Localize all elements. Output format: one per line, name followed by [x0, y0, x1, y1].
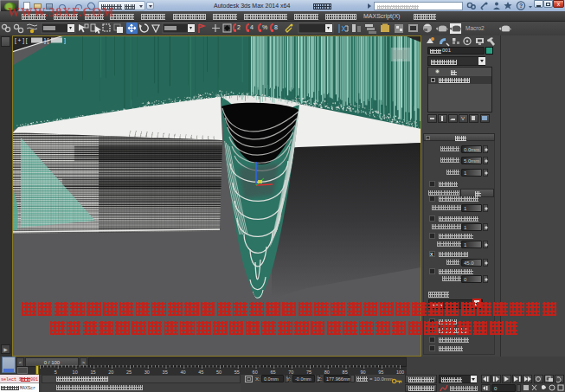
svg-text:[ + ] [: [ + ] [: [15, 37, 28, 44]
svg-text:%: %: [262, 24, 267, 30]
svg-text:Macro2: Macro2: [465, 25, 485, 31]
svg-text:]: ]: [64, 37, 66, 44]
svg-text:8: 8: [274, 24, 278, 30]
svg-text:4: 4: [250, 24, 254, 30]
svg-text:?: ?: [519, 3, 523, 9]
svg-text:2: 2: [237, 24, 241, 30]
svg-text:] [: ] [: [44, 37, 49, 44]
